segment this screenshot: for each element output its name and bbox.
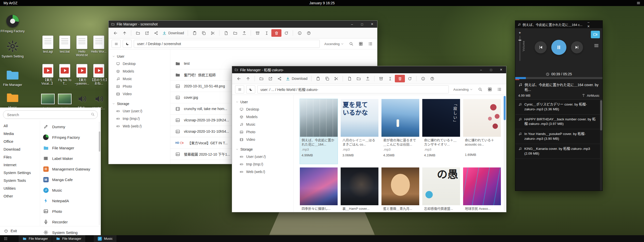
grid-item[interactable]: 君が夜の海に還るまで＿こんにちは谷田....mp34.35MB	[381, 99, 419, 164]
list-view-button[interactable]	[367, 40, 374, 48]
dark-mode-toggle[interactable]	[246, 85, 255, 93]
volume-plus-icon[interactable]	[519, 31, 521, 35]
grid-view-button[interactable]	[486, 86, 494, 93]
close-button[interactable]	[584, 24, 593, 29]
airmusic-output[interactable]: AirMusic	[582, 94, 599, 97]
sidebar-item-music[interactable]: Music	[109, 75, 170, 83]
category-system-tools[interactable]: System Tools	[0, 177, 40, 184]
sidebar-item-desktop[interactable]: Desktop	[109, 60, 170, 67]
sidebar-section-user[interactable]: User	[109, 53, 170, 60]
copy-button[interactable]	[323, 75, 331, 82]
taskbar-item-music[interactable]: Music	[94, 235, 117, 242]
search-button[interactable]	[347, 40, 355, 48]
download-button[interactable]: Download	[284, 75, 309, 82]
category-office[interactable]: Office	[0, 137, 40, 145]
playlist-item[interactable]: HAPPY BIRTHDAY＿back number cover. by 柘榴-…	[515, 115, 602, 129]
playlist-toggle-button[interactable]	[594, 43, 599, 49]
delete-button[interactable]	[271, 29, 281, 37]
sidebar-item-photo[interactable]: Photo	[232, 128, 294, 136]
playlist-item[interactable]: In Your Hands＿yusukeP cover. by 柘榴-zakur…	[515, 129, 602, 144]
sidebar-item-user-drive[interactable]: User (user:/)	[109, 107, 170, 115]
new-file-button[interactable]	[222, 29, 230, 37]
desktop-icon-system-setting[interactable]: System Setting	[0, 39, 25, 58]
rename-button[interactable]	[262, 29, 271, 37]
minimize-button[interactable]	[584, 20, 593, 24]
category-files[interactable]: Files	[0, 153, 40, 161]
delete-button[interactable]	[395, 75, 405, 82]
list-mode-button[interactable]	[235, 85, 244, 93]
sidebar-item-user-drive[interactable]: User (user:/)	[232, 153, 294, 160]
desktop-file[interactable]: 【東方~yukimin...	[73, 64, 91, 86]
sidebar-item-tmp-drive[interactable]: tmp (tmp:/)	[232, 160, 294, 168]
grid-item[interactable]: 地球京民 Avaso...	[463, 167, 501, 212]
new-folder-button[interactable]	[231, 29, 239, 37]
search-input[interactable]	[3, 110, 98, 119]
category-system-settings[interactable]: System Settings	[0, 169, 40, 177]
cast-button[interactable]	[591, 31, 600, 38]
upload-button[interactable]	[240, 29, 248, 37]
list-view-button[interactable]	[496, 86, 503, 93]
close-button[interactable]	[496, 66, 506, 73]
grid-item[interactable]: 夏を見て いるかな 八月のレイニー＿はるまきごはん co....mp33.06M…	[341, 99, 378, 164]
top-menu-button[interactable]	[633, 1, 644, 5]
list-mode-button[interactable]	[112, 40, 121, 48]
scrollbar-thumb[interactable]	[600, 100, 602, 130]
desktop-icon-music[interactable]: Music	[0, 90, 25, 110]
copy-button[interactable]	[199, 29, 208, 37]
desktop-file[interactable]: 【東方Vocal...】	[39, 64, 57, 86]
title-bar[interactable]: File Manager - 柘榴-zakuro-	[232, 66, 506, 73]
share-button[interactable]	[275, 75, 284, 82]
sidebar-item-models[interactable]: Models	[109, 67, 170, 75]
search-button[interactable]	[476, 86, 484, 93]
grid-item[interactable]: 四季折々に擡頭し...	[300, 167, 338, 212]
sidebar-item-desktop[interactable]: Desktop	[232, 106, 294, 113]
scrollbar[interactable]	[504, 96, 506, 211]
taskbar-item-file-manager[interactable]: File Manager	[52, 235, 86, 242]
breadcrumb[interactable]: user: / Desktop / screenshot	[134, 40, 320, 48]
sidebar-section-storage[interactable]: Storage	[232, 146, 294, 153]
rename-button[interactable]	[386, 75, 394, 82]
sidebar-item-web-drive[interactable]: Web (web:/)	[109, 122, 170, 130]
grid-item-selected[interactable]: 例えば、今此処に置かれた花に＿164....mp34.99MB	[300, 99, 338, 164]
playlist-item[interactable]: KING＿Kanaria cover. by 柘榴-zakuro-.mp3 (2…	[515, 144, 602, 159]
scrollbar[interactable]	[99, 121, 100, 225]
back-button[interactable]	[235, 75, 243, 82]
previous-track-button[interactable]	[535, 41, 547, 53]
app-item-file-manager[interactable]: File Manager	[40, 143, 101, 153]
grid-item[interactable]: 裏＿HamP cover...	[341, 167, 378, 212]
maximize-button[interactable]	[357, 21, 367, 28]
minimize-button[interactable]	[347, 21, 357, 28]
desktop-file[interactable]: 【恋のうた】おね...	[90, 64, 108, 86]
maximize-button[interactable]	[486, 66, 496, 73]
minimize-button[interactable]	[476, 66, 486, 73]
archive-button[interactable]	[377, 75, 385, 82]
desktop-icon-file-manager[interactable]: File Manager	[0, 67, 25, 87]
category-all[interactable]: All	[0, 122, 40, 130]
grid-item[interactable]: 「寂しい」 命に嫌われている＋＿カンザキイオリ....mp34.19MB	[422, 99, 460, 164]
category-utilities[interactable]: Utilities	[0, 184, 40, 192]
scrollbar[interactable]	[600, 100, 602, 191]
title-bar[interactable]: File Manager - screenshot	[109, 21, 377, 28]
grid-item[interactable]: 命に嫌われている＋acoustic co...1.69MB	[463, 99, 501, 164]
open-button[interactable]	[257, 75, 266, 82]
desktop-icon-ffmpeg-factory[interactable]: FFmpeg Factory	[0, 14, 25, 33]
upload-button[interactable]	[363, 75, 372, 82]
app-item-dummy[interactable]: Dummy	[40, 121, 101, 132]
volume-slider[interactable]	[520, 36, 520, 61]
download-button[interactable]: Download	[161, 29, 185, 37]
app-item-manga-cafe[interactable]: Manga Cafe	[40, 174, 101, 185]
new-file-button[interactable]	[345, 75, 354, 82]
sort-dropdown[interactable]: Ascending	[453, 88, 473, 91]
cut-button[interactable]	[208, 29, 217, 37]
sidebar-section-storage[interactable]: Storage	[109, 100, 170, 107]
grid-item[interactable]: 藍と薔薇＿青九月...	[381, 167, 419, 212]
desktop-file[interactable]: Hello Wor...	[90, 35, 108, 54]
app-item-ffmpeg-factory[interactable]: FFmpeg Factory	[40, 132, 101, 143]
share-button[interactable]	[152, 29, 160, 37]
scrollbar-thumb[interactable]	[99, 131, 100, 152]
category-other[interactable]: Other	[0, 192, 40, 200]
archive-button[interactable]	[253, 29, 262, 37]
app-item-recorder[interactable]: Recorder	[40, 217, 101, 227]
category-media[interactable]: Media	[0, 130, 40, 137]
category-internet[interactable]: Internet	[0, 161, 40, 169]
